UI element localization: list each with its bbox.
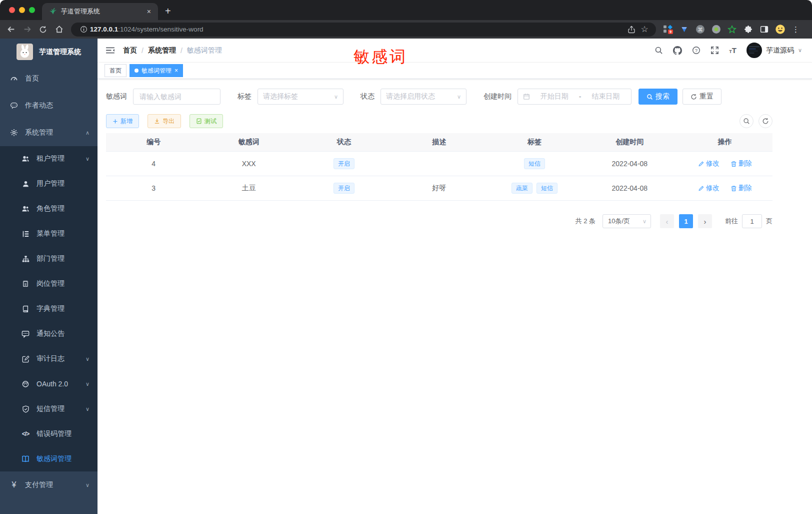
site-info-icon[interactable] bbox=[77, 23, 90, 36]
breadcrumb-system[interactable]: 系统管理 bbox=[148, 46, 176, 55]
prev-page-button[interactable]: ‹ bbox=[660, 214, 674, 228]
sidebar-item-menu[interactable]: 菜单管理 bbox=[0, 221, 98, 246]
forward-button[interactable] bbox=[20, 23, 34, 37]
rabbit-logo-icon bbox=[16, 44, 33, 60]
chevron-down-icon: ∨ bbox=[86, 381, 90, 387]
reset-button[interactable]: 重置 bbox=[682, 89, 722, 105]
font-size-icon[interactable]: TT bbox=[729, 46, 736, 55]
current-page[interactable]: 1 bbox=[679, 214, 693, 228]
sidebar-item-sms[interactable]: 短信管理 ∨ bbox=[0, 396, 98, 421]
github-icon[interactable] bbox=[673, 46, 682, 55]
sidebar-item-role[interactable]: 角色管理 bbox=[0, 196, 98, 221]
calendar-icon bbox=[523, 93, 530, 100]
sidebar-item-audit-log[interactable]: 审计日志 ∨ bbox=[0, 346, 98, 371]
window-minimize-button[interactable] bbox=[19, 7, 25, 13]
new-tab-button[interactable]: + bbox=[158, 6, 178, 20]
sidebar-item-system-management[interactable]: 系统管理 ∧ bbox=[0, 119, 98, 146]
page-size-select[interactable]: 10条/页 ∨ bbox=[602, 214, 651, 228]
trash-icon bbox=[730, 185, 737, 192]
share-icon[interactable] bbox=[625, 23, 638, 36]
sidebar: 芋道管理系统 首页 作者动态 系统管理 ∧ bbox=[0, 39, 98, 514]
app-navbar: 首页 / 系统管理 / 敏感词管理 ? TT bbox=[98, 39, 812, 63]
url-bar[interactable]: 127.0.0.1:1024/system/sensitive-word ☆ bbox=[71, 23, 656, 37]
add-button-label: 新增 bbox=[120, 117, 132, 126]
col-id: 编号 bbox=[106, 133, 201, 151]
test-button[interactable]: 测试 bbox=[190, 114, 223, 128]
sidebar-item-label: 字典管理 bbox=[36, 304, 64, 313]
back-button[interactable] bbox=[4, 23, 18, 37]
extension-cmd-icon[interactable]: ⌘ bbox=[693, 23, 707, 37]
chevron-down-icon: ∨ bbox=[86, 406, 90, 412]
dictionary-book-icon bbox=[22, 305, 30, 313]
browser-tab[interactable]: 芋道管理系统 × bbox=[42, 3, 158, 20]
sidebar-item-error-code[interactable]: </> 错误码管理 bbox=[0, 421, 98, 446]
show-search-toggle-button[interactable] bbox=[740, 114, 754, 128]
app-logo[interactable]: 芋道管理系统 bbox=[0, 39, 98, 65]
comment-dots-icon bbox=[22, 330, 30, 338]
url-host: 127.0.0.1 bbox=[90, 26, 118, 33]
extensions-puzzle-icon[interactable] bbox=[741, 23, 755, 37]
search-button[interactable]: 搜索 bbox=[638, 89, 678, 105]
sidebar-item-post[interactable]: 岗位管理 bbox=[0, 271, 98, 296]
edit-link[interactable]: 修改 bbox=[698, 159, 720, 168]
sidebar-item-notice[interactable]: 通知公告 bbox=[0, 321, 98, 346]
sidebar-collapse-icon[interactable] bbox=[98, 46, 123, 55]
side-panel-icon[interactable] bbox=[757, 23, 771, 37]
window-close-button[interactable] bbox=[9, 7, 15, 13]
add-button[interactable]: 新增 bbox=[106, 114, 139, 128]
tab-close-icon[interactable]: × bbox=[145, 8, 153, 16]
search-button-label: 搜索 bbox=[656, 92, 670, 101]
browser-tabstrip: 芋道管理系统 × + bbox=[0, 0, 812, 20]
extension-star-icon[interactable] bbox=[725, 23, 739, 37]
export-button[interactable]: 导出 bbox=[148, 114, 181, 128]
help-icon[interactable]: ? bbox=[692, 46, 700, 55]
browser-tab-title: 芋道管理系统 bbox=[61, 7, 145, 16]
bookmark-star-icon[interactable]: ☆ bbox=[638, 23, 651, 36]
sidebar-item-label: 敏感词管理 bbox=[36, 454, 72, 463]
sidebar-item-oauth[interactable]: OAuth 2.0 ∨ bbox=[0, 371, 98, 396]
date-range-picker[interactable]: 开始日期 - 结束日期 bbox=[518, 89, 632, 105]
delete-link[interactable]: 删除 bbox=[730, 184, 752, 193]
extension-record-icon[interactable] bbox=[709, 23, 723, 37]
edit-label: 修改 bbox=[706, 159, 720, 168]
table-row: 3 土豆 开启 好呀 蔬菜 短信 2022-04-08 修 bbox=[106, 176, 772, 201]
tag-select[interactable]: 请选择标签 ∨ bbox=[258, 89, 344, 105]
sidebar-item-user[interactable]: 用户管理 bbox=[0, 171, 98, 196]
tag-close-icon[interactable]: × bbox=[174, 67, 178, 74]
home-button[interactable] bbox=[52, 23, 66, 37]
user-menu[interactable]: 芋道源码 ∨ bbox=[746, 43, 802, 58]
window-zoom-button[interactable] bbox=[29, 7, 35, 13]
tag-sensitive-word[interactable]: 敏感词管理 × bbox=[130, 64, 183, 77]
breadcrumb-home[interactable]: 首页 bbox=[123, 46, 137, 55]
edit-link[interactable]: 修改 bbox=[698, 184, 720, 193]
download-icon bbox=[154, 118, 160, 124]
sidebar-item-label: 角色管理 bbox=[36, 204, 64, 213]
tag-home[interactable]: 首页 bbox=[104, 64, 126, 77]
next-page-button[interactable]: › bbox=[698, 214, 712, 228]
cell-description bbox=[392, 152, 486, 176]
goto-page-input[interactable] bbox=[742, 214, 762, 228]
sidebar-item-dict[interactable]: 字典管理 bbox=[0, 296, 98, 321]
red-annotation-text: 敏感词 bbox=[354, 46, 408, 68]
fullscreen-icon[interactable] bbox=[710, 46, 719, 55]
reload-button[interactable] bbox=[36, 23, 50, 37]
search-icon[interactable] bbox=[654, 46, 663, 55]
keyword-input[interactable] bbox=[133, 89, 220, 105]
sidebar-item-sensitive-word[interactable]: 敏感词管理 bbox=[0, 446, 98, 471]
extension-grid-badge-icon[interactable]: 9 bbox=[661, 23, 675, 37]
sidebar-item-department[interactable]: 部门管理 bbox=[0, 246, 98, 271]
sidebar-item-payment[interactable]: ¥ 支付管理 ∨ bbox=[0, 471, 98, 498]
extension-gem-icon[interactable] bbox=[677, 23, 691, 37]
browser-menu-icon[interactable]: ⋮ bbox=[789, 25, 802, 34]
sidebar-item-tenant[interactable]: 租户管理 ∨ bbox=[0, 146, 98, 171]
delete-link[interactable]: 删除 bbox=[730, 159, 752, 168]
refresh-table-button[interactable] bbox=[758, 114, 772, 128]
sidebar-item-home[interactable]: 首页 bbox=[0, 65, 98, 92]
range-separator: - bbox=[579, 93, 582, 101]
status-select[interactable]: 请选择启用状态 ∨ bbox=[380, 89, 466, 105]
document-check-icon bbox=[196, 118, 202, 124]
profile-avatar-icon[interactable] bbox=[773, 23, 787, 37]
test-button-label: 测试 bbox=[204, 117, 216, 126]
chevron-down-icon: ∨ bbox=[86, 482, 90, 488]
sidebar-item-author-news[interactable]: 作者动态 bbox=[0, 92, 98, 119]
